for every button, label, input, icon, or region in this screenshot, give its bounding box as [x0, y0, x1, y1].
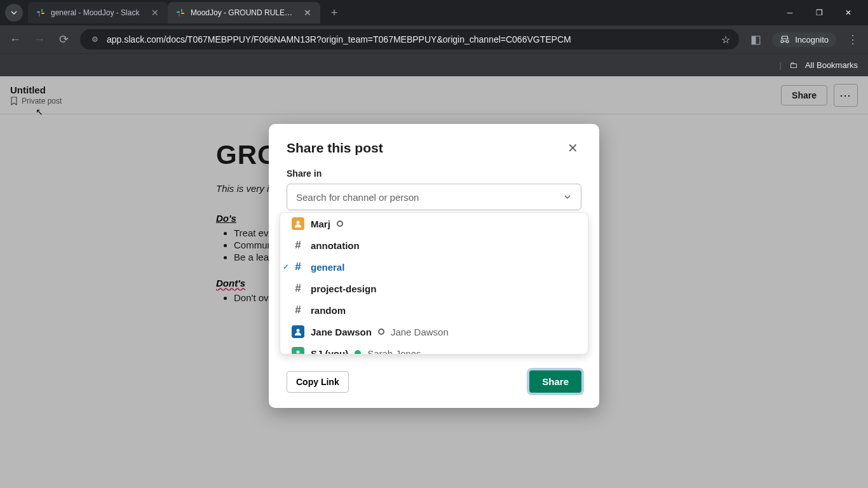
modal-close-button[interactable]: ✕	[564, 139, 581, 157]
svg-point-10	[297, 351, 300, 354]
bookmarks-bar: | 🗀 All Bookmarks	[0, 53, 868, 76]
back-button[interactable]: ←	[8, 32, 23, 47]
svg-rect-7	[179, 13, 180, 17]
tab-title: MoodJoy - GROUND RULES - S	[191, 8, 297, 17]
user-avatar	[292, 347, 304, 355]
user-avatar	[292, 217, 304, 230]
svg-rect-1	[41, 9, 43, 12]
option-secondary: Sarah Jones	[367, 348, 421, 355]
share-target-select[interactable]: Search for channel or person Marj#annota…	[287, 184, 581, 210]
presence-indicator	[378, 329, 384, 335]
share-in-label: Share in	[287, 168, 581, 179]
all-bookmarks-button[interactable]: All Bookmarks	[805, 60, 858, 70]
slack-document-area: Untitled Private post Share ⋯ GRO This i…	[0, 76, 868, 488]
minimize-button[interactable]: ─	[775, 0, 804, 25]
side-panel-button[interactable]: ◧	[748, 32, 763, 47]
user-avatar	[292, 325, 304, 338]
option-name: SJ (you)	[311, 348, 348, 355]
share-submit-button[interactable]: Share	[529, 370, 581, 393]
check-icon: ✓	[283, 262, 289, 271]
reload-button[interactable]: ⟳	[56, 32, 71, 47]
option-secondary: Jane Dawson	[391, 327, 449, 337]
chevron-down-icon	[563, 193, 572, 201]
presence-indicator	[355, 350, 361, 355]
dropdown-option-annotation[interactable]: #annotation	[280, 234, 588, 256]
folder-icon: 🗀	[789, 60, 797, 70]
browser-menu-button[interactable]: ⋮	[845, 32, 860, 47]
share-target-dropdown: Marj#annotation✓#general#project-design#…	[280, 212, 588, 355]
tab-close-button[interactable]: ✕	[150, 8, 160, 18]
hash-icon: #	[292, 261, 304, 273]
hash-icon: #	[292, 239, 304, 252]
copy-link-button[interactable]: Copy Link	[287, 371, 349, 393]
svg-rect-2	[41, 13, 44, 14]
incognito-icon	[780, 35, 790, 44]
browser-tab[interactable]: general - MoodJoy - Slack ✕	[28, 2, 168, 24]
svg-rect-6	[181, 13, 184, 14]
incognito-label: Incognito	[795, 35, 829, 44]
tab-search-button[interactable]	[5, 4, 23, 22]
svg-rect-5	[181, 9, 182, 12]
slack-favicon-icon	[175, 8, 186, 18]
maximize-button[interactable]: ❐	[804, 0, 834, 25]
presence-indicator	[337, 220, 343, 227]
share-post-modal: Share this post ✕ Share in Search for ch…	[269, 124, 599, 408]
tab-close-button[interactable]: ✕	[302, 8, 313, 18]
dropdown-option-general[interactable]: ✓#general	[280, 256, 588, 278]
url-text: app.slack.com/docs/T067MEBPPUY/F066NAMN1…	[107, 34, 715, 44]
option-name: Marj	[311, 219, 330, 229]
bookmark-star-icon[interactable]: ☆	[721, 34, 730, 46]
option-name: general	[311, 262, 344, 273]
close-window-button[interactable]: ✕	[834, 0, 863, 25]
svg-rect-0	[37, 11, 40, 13]
dropdown-option-project-design[interactable]: #project-design	[280, 278, 588, 299]
modal-title: Share this post	[287, 140, 383, 156]
hash-icon: #	[292, 304, 304, 316]
tab-title: general - MoodJoy - Slack	[51, 8, 145, 17]
tab-bar: general - MoodJoy - Slack ✕ MoodJoy - GR…	[0, 0, 868, 25]
svg-rect-4	[177, 11, 180, 13]
chevron-down-icon	[10, 9, 18, 17]
hash-icon: #	[292, 282, 304, 295]
option-name: project-design	[311, 283, 376, 294]
slack-favicon-icon	[36, 8, 46, 18]
forward-button[interactable]: →	[32, 32, 47, 47]
site-settings-icon[interactable]: ⚙	[89, 34, 100, 45]
browser-chrome: general - MoodJoy - Slack ✕ MoodJoy - GR…	[0, 0, 868, 76]
browser-tab[interactable]: MoodJoy - GROUND RULES - S ✕	[168, 2, 320, 24]
address-bar: ← → ⟳ ⚙ app.slack.com/docs/T067MEBPPUY/F…	[0, 25, 868, 53]
new-tab-button[interactable]: +	[325, 4, 343, 22]
dropdown-option-marj[interactable]: Marj	[280, 213, 588, 234]
dropdown-option-jane-dawson[interactable]: Jane DawsonJane Dawson	[280, 321, 588, 342]
incognito-badge[interactable]: Incognito	[772, 32, 836, 47]
dropdown-option-random[interactable]: #random	[280, 299, 588, 321]
svg-rect-3	[39, 13, 40, 17]
option-name: random	[311, 305, 346, 316]
url-input[interactable]: ⚙ app.slack.com/docs/T067MEBPPUY/F066NAM…	[80, 29, 739, 50]
window-controls: ─ ❐ ✕	[775, 0, 863, 25]
svg-point-9	[297, 329, 300, 332]
option-name: Jane Dawson	[311, 327, 372, 337]
option-name: annotation	[311, 240, 360, 251]
svg-point-8	[297, 221, 300, 224]
select-placeholder: Search for channel or person	[296, 192, 419, 203]
dropdown-option-sj-you-[interactable]: SJ (you)Sarah Jones	[280, 342, 588, 355]
